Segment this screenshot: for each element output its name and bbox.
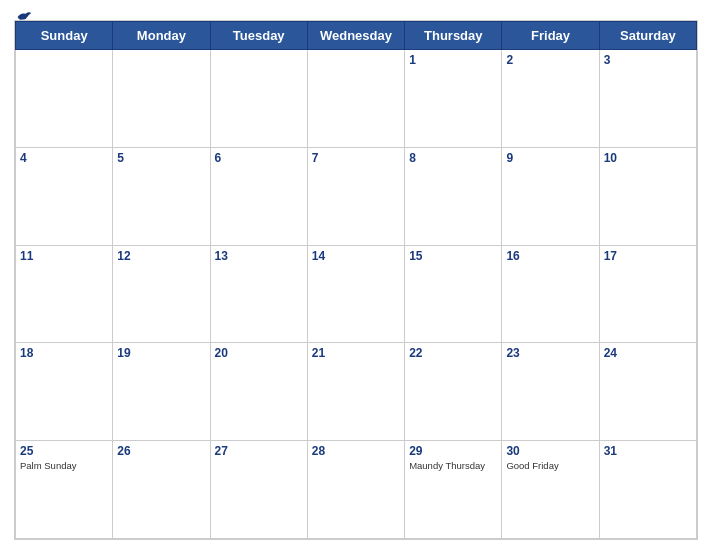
calendar-cell: 6 xyxy=(210,147,307,245)
day-number: 31 xyxy=(604,444,692,458)
day-number: 11 xyxy=(20,249,108,263)
day-number: 28 xyxy=(312,444,400,458)
day-number: 3 xyxy=(604,53,692,67)
day-number: 18 xyxy=(20,346,108,360)
day-event-label: Palm Sunday xyxy=(20,460,108,471)
calendar-cell: 13 xyxy=(210,245,307,343)
day-number: 7 xyxy=(312,151,400,165)
calendar-cell: 1 xyxy=(405,50,502,148)
weekday-header-tuesday: Tuesday xyxy=(210,22,307,50)
calendar-cell: 22 xyxy=(405,343,502,441)
day-number: 4 xyxy=(20,151,108,165)
weekday-header-sunday: Sunday xyxy=(16,22,113,50)
day-number: 22 xyxy=(409,346,497,360)
week-row-4: 18192021222324 xyxy=(16,343,697,441)
calendar-cell: 26 xyxy=(113,441,210,539)
logo xyxy=(14,10,32,24)
calendar-cell: 5 xyxy=(113,147,210,245)
day-number: 9 xyxy=(506,151,594,165)
calendar-header xyxy=(14,10,698,14)
calendar-cell: 29Maundy Thursday xyxy=(405,441,502,539)
day-number: 10 xyxy=(604,151,692,165)
day-event-label: Maundy Thursday xyxy=(409,460,497,471)
calendar-cell: 25Palm Sunday xyxy=(16,441,113,539)
week-row-3: 11121314151617 xyxy=(16,245,697,343)
calendar-cell xyxy=(16,50,113,148)
logo-bird-icon xyxy=(16,10,32,24)
calendar-cell: 30Good Friday xyxy=(502,441,599,539)
calendar-cell xyxy=(307,50,404,148)
day-number: 21 xyxy=(312,346,400,360)
calendar-cell: 11 xyxy=(16,245,113,343)
day-number: 5 xyxy=(117,151,205,165)
calendar-cell: 27 xyxy=(210,441,307,539)
day-number: 20 xyxy=(215,346,303,360)
calendar-cell: 31 xyxy=(599,441,696,539)
calendar-cell: 3 xyxy=(599,50,696,148)
calendar-cell: 19 xyxy=(113,343,210,441)
week-row-1: 123 xyxy=(16,50,697,148)
day-number: 23 xyxy=(506,346,594,360)
day-number: 2 xyxy=(506,53,594,67)
day-number: 6 xyxy=(215,151,303,165)
calendar-cell: 18 xyxy=(16,343,113,441)
calendar-cell: 2 xyxy=(502,50,599,148)
day-number: 1 xyxy=(409,53,497,67)
week-row-2: 45678910 xyxy=(16,147,697,245)
calendar-cell: 17 xyxy=(599,245,696,343)
calendar-cell: 10 xyxy=(599,147,696,245)
calendar-cell: 4 xyxy=(16,147,113,245)
calendar-cell xyxy=(113,50,210,148)
calendar-cell: 21 xyxy=(307,343,404,441)
calendar-cell: 7 xyxy=(307,147,404,245)
day-number: 25 xyxy=(20,444,108,458)
weekday-header-row: SundayMondayTuesdayWednesdayThursdayFrid… xyxy=(16,22,697,50)
day-number: 29 xyxy=(409,444,497,458)
calendar-cell: 8 xyxy=(405,147,502,245)
day-event-label: Good Friday xyxy=(506,460,594,471)
calendar-cell: 9 xyxy=(502,147,599,245)
weekday-header-wednesday: Wednesday xyxy=(307,22,404,50)
day-number: 13 xyxy=(215,249,303,263)
calendar-cell: 15 xyxy=(405,245,502,343)
calendar-cell: 24 xyxy=(599,343,696,441)
day-number: 30 xyxy=(506,444,594,458)
weekday-header-thursday: Thursday xyxy=(405,22,502,50)
day-number: 12 xyxy=(117,249,205,263)
calendar-cell: 23 xyxy=(502,343,599,441)
day-number: 14 xyxy=(312,249,400,263)
day-number: 27 xyxy=(215,444,303,458)
day-number: 24 xyxy=(604,346,692,360)
weekday-header-monday: Monday xyxy=(113,22,210,50)
day-number: 17 xyxy=(604,249,692,263)
logo-blue-text xyxy=(14,10,32,24)
calendar-cell: 20 xyxy=(210,343,307,441)
calendar-grid: SundayMondayTuesdayWednesdayThursdayFrid… xyxy=(14,20,698,540)
calendar-cell: 14 xyxy=(307,245,404,343)
day-number: 26 xyxy=(117,444,205,458)
day-number: 16 xyxy=(506,249,594,263)
calendar-page: SundayMondayTuesdayWednesdayThursdayFrid… xyxy=(0,0,712,550)
day-number: 8 xyxy=(409,151,497,165)
calendar-cell: 12 xyxy=(113,245,210,343)
weekday-header-saturday: Saturday xyxy=(599,22,696,50)
calendar-cell: 16 xyxy=(502,245,599,343)
weekday-header-friday: Friday xyxy=(502,22,599,50)
calendar-cell: 28 xyxy=(307,441,404,539)
day-number: 19 xyxy=(117,346,205,360)
week-row-5: 25Palm Sunday26272829Maundy Thursday30Go… xyxy=(16,441,697,539)
day-number: 15 xyxy=(409,249,497,263)
calendar-cell xyxy=(210,50,307,148)
